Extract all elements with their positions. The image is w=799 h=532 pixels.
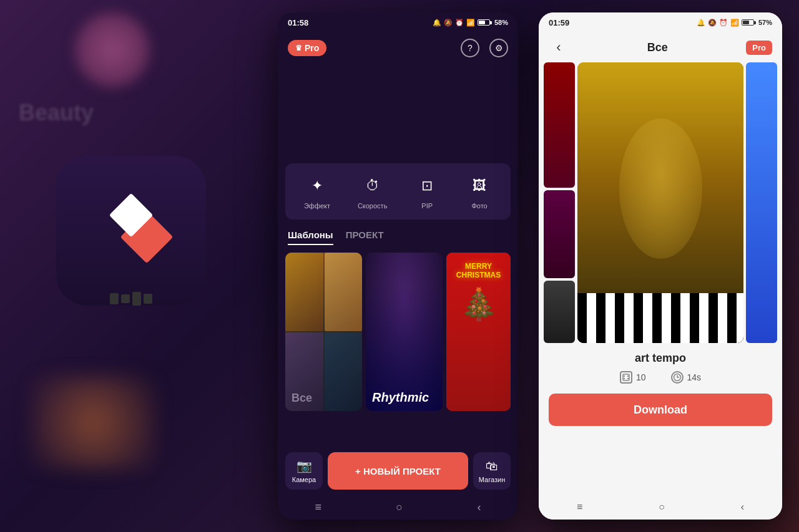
gallery-side-left — [544, 62, 575, 343]
speed-icon: ⏱ — [360, 173, 385, 198]
pro-badge-label-right: Pro — [752, 43, 766, 52]
ws-bar-2 — [121, 294, 130, 303]
gallery-thumb-top[interactable] — [544, 62, 575, 188]
duration-value: 14s — [687, 372, 702, 382]
back-arrow-icon: ‹ — [556, 39, 561, 56]
mini-img-1 — [285, 253, 323, 331]
alarm-icon: ⏰ — [455, 19, 464, 27]
duration-stat: 14s — [671, 371, 702, 384]
battery-percent-right: 57% — [758, 19, 772, 26]
speed-label: Скорость — [358, 202, 388, 210]
clock-icon — [671, 371, 684, 384]
nav-back-right[interactable]: ‹ — [741, 501, 744, 513]
mini-img-2 — [325, 253, 363, 331]
gallery-thumb-bot[interactable] — [544, 281, 575, 343]
download-label: Download — [634, 404, 687, 417]
pro-badge-right[interactable]: Pro — [746, 41, 772, 55]
app-icon-inner — [94, 193, 169, 268]
mute-icon-r: 🔕 — [708, 19, 717, 27]
pro-badge-left[interactable]: ♛ Pro — [288, 40, 326, 56]
mini-img-3 — [285, 332, 323, 411]
new-project-label: + НОВЫЙ ПРОЕКТ — [355, 466, 441, 476]
status-bar-right: 01:59 🔔 🔕 ⏰ 📶 57% — [539, 12, 782, 32]
settings-button[interactable]: ⚙ — [489, 39, 508, 57]
feature-photo[interactable]: 🖼 Фото — [467, 173, 492, 210]
phone-left: 01:58 🔔 🔕 ⏰ 📶 58% ♛ Pro ? ⚙ — [278, 12, 518, 520]
question-icon: ? — [468, 43, 473, 53]
clips-icon — [620, 371, 632, 384]
svg-rect-0 — [623, 374, 629, 380]
signal-icon: 📶 — [466, 19, 475, 27]
new-project-button[interactable]: + НОВЫЙ ПРОЕКТ — [328, 452, 468, 490]
christmas-content: MERRYCHRISTMAS 🎄 — [446, 253, 511, 411]
store-label: Магазин — [479, 476, 505, 483]
tab-templates[interactable]: Шаблоны — [288, 230, 333, 245]
nav-menu-left[interactable]: ≡ — [315, 501, 322, 514]
nav-home-left[interactable]: ○ — [396, 501, 403, 514]
bell-icon: 🔔 — [433, 19, 441, 27]
bell-icon-r: 🔔 — [697, 19, 705, 27]
feature-speed[interactable]: ⏱ Скорость — [358, 173, 388, 210]
templates-grid: Все Rhythmic MERRYCHRISTMAS 🎄 — [278, 248, 518, 416]
bottom-bar-left: 📷 Камера + НОВЫЙ ПРОЕКТ 🛍 Магазин — [278, 447, 518, 495]
app-icon — [56, 156, 206, 306]
christmas-image: 🎄 — [459, 286, 498, 322]
gallery-thumb-mid[interactable] — [544, 190, 575, 278]
bg-star-decoration — [75, 12, 150, 87]
info-section: art tempo 10 — [539, 343, 782, 432]
photo-icon: 🖼 — [467, 173, 492, 198]
bg-orange-glow — [31, 376, 156, 470]
download-button[interactable]: Download — [549, 394, 772, 426]
features-row: ✦ Эффект ⏱ Скорость ⊡ PIP 🖼 Фото — [285, 163, 511, 220]
svg-rect-3 — [624, 378, 625, 379]
svg-rect-1 — [624, 375, 625, 377]
ws-bar-3 — [132, 292, 141, 306]
mute-icon: 🔕 — [444, 19, 453, 27]
clock-icon-svg — [673, 373, 682, 382]
help-button[interactable]: ? — [461, 39, 479, 57]
template-stats: 10 14s — [549, 371, 772, 384]
phone-header-left: ♛ Pro ? ⚙ — [278, 32, 518, 64]
camera-button[interactable]: 📷 Камера — [285, 452, 323, 490]
ws-bar-1 — [110, 293, 119, 304]
gallery-main-image[interactable] — [577, 62, 743, 343]
nav-home-right[interactable]: ○ — [659, 501, 665, 513]
time-right: 01:59 — [549, 18, 569, 27]
template-vse[interactable]: Все — [285, 253, 362, 411]
ws-bar-4 — [144, 294, 152, 304]
nav-bar-left: ≡ ○ ‹ — [278, 495, 518, 520]
template-christmas[interactable]: MERRYCHRISTMAS 🎄 — [446, 253, 511, 411]
phone-right: 01:59 🔔 🔕 ⏰ 📶 57% ‹ Все Pro — [539, 12, 782, 520]
feature-pip[interactable]: ⊡ PIP — [414, 173, 439, 210]
settings-icon: ⚙ — [495, 43, 503, 53]
bg-text-decoration: Beauty — [19, 100, 94, 126]
effect-label: Эффект — [304, 202, 330, 210]
feature-effect[interactable]: ✦ Эффект — [304, 173, 330, 210]
store-icon: 🛍 — [486, 459, 498, 473]
phone-dark-area — [278, 64, 518, 163]
status-bar-left: 01:58 🔔 🔕 ⏰ 📶 58% — [278, 12, 518, 32]
alarm-icon-r: ⏰ — [719, 19, 728, 27]
face-highlight — [619, 118, 702, 259]
clips-stat: 10 — [620, 371, 646, 384]
pip-label: PIP — [421, 202, 433, 210]
main-img-bg — [577, 62, 743, 343]
store-button[interactable]: 🛍 Магазин — [473, 452, 511, 490]
tab-project[interactable]: ПРОЕКТ — [346, 230, 384, 245]
status-icons-left: 🔔 🔕 ⏰ 📶 58% — [433, 19, 508, 27]
nav-menu-right[interactable]: ≡ — [577, 501, 582, 513]
crown-icon: ♛ — [295, 44, 302, 52]
svg-rect-4 — [627, 378, 629, 379]
template-rhythmic[interactable]: Rhythmic — [366, 253, 443, 411]
camera-icon: 📷 — [297, 458, 312, 473]
battery-right — [742, 19, 756, 26]
christmas-text: MERRYCHRISTMAS — [456, 262, 501, 280]
svg-rect-2 — [627, 375, 629, 377]
rhythmic-label: Rhythmic — [372, 390, 429, 405]
back-button[interactable]: ‹ — [549, 37, 569, 57]
nav-back-left[interactable]: ‹ — [477, 501, 481, 514]
status-icons-right: 🔔 🔕 ⏰ 📶 57% — [697, 19, 772, 27]
battery-left — [478, 19, 492, 26]
mini-img-4 — [325, 332, 363, 411]
rhythmic-face — [366, 253, 443, 411]
